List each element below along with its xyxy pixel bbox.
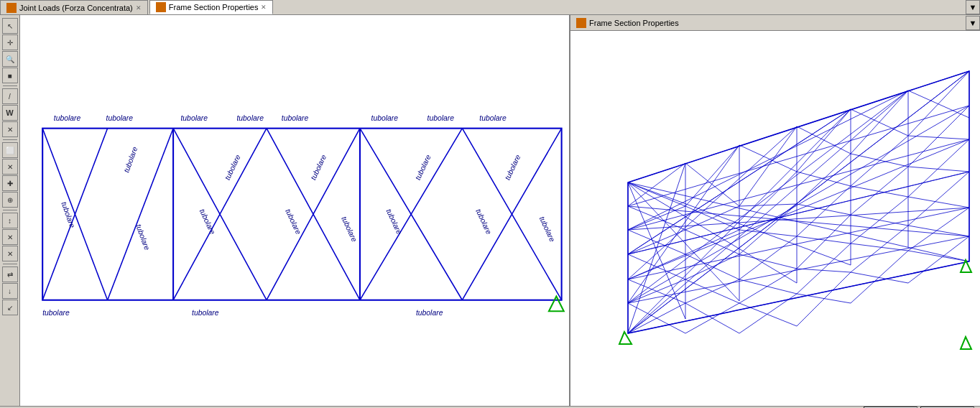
- line-btn[interactable]: /: [2, 88, 18, 104]
- right-tab-dropdown-btn[interactable]: ▼: [966, 16, 980, 30]
- svg-line-87: [851, 244, 908, 251]
- toolbar-sep-2: [3, 139, 17, 140]
- arrow-dn2-btn[interactable]: ↙: [2, 300, 18, 315]
- bot-label-3: tubolare: [416, 309, 443, 317]
- right-tab-label: Frame Section Properties: [589, 19, 679, 27]
- tab-icon-active: [156, 2, 166, 12]
- top-label-8: tubolare: [479, 114, 507, 122]
- zoom-rect-btn[interactable]: ⬜: [2, 142, 18, 158]
- svg-line-43: [739, 172, 797, 230]
- right-panel: Frame Section Properties ▼: [570, 15, 980, 406]
- svg-line-61: [739, 230, 797, 236]
- svg-line-30: [685, 163, 739, 206]
- globe-btn[interactable]: ⊕: [2, 192, 18, 208]
- svg-line-85: [739, 279, 797, 294]
- diag-label-9: tubolare: [385, 208, 404, 236]
- toolbar-sep-3: [3, 210, 17, 210]
- support-br2: [961, 337, 971, 349]
- left-panel: tubolare tubolare tubolare tubolare tubo…: [20, 15, 570, 406]
- diag-label-6: tubolare: [284, 208, 302, 236]
- diag-label-5: tubolare: [223, 153, 242, 181]
- svg-line-73: [739, 254, 797, 269]
- arrows2-btn[interactable]: ⇄: [2, 266, 18, 282]
- svg-line-114: [628, 91, 908, 230]
- x3-btn[interactable]: ✕: [2, 246, 18, 261]
- w-btn[interactable]: W: [2, 105, 18, 121]
- tab-icon: [6, 3, 17, 13]
- svg-line-98: [797, 294, 851, 303]
- arrow-dn-btn[interactable]: ↓: [2, 283, 18, 299]
- svg-line-31: [739, 145, 797, 172]
- svg-line-67: [739, 236, 797, 279]
- tab-dropdown-btn[interactable]: ▼: [966, 0, 980, 14]
- pan-tool-btn[interactable]: ✛: [2, 34, 18, 50]
- arrows-ud-btn[interactable]: ↕: [2, 213, 18, 228]
- x-btn[interactable]: ✕: [2, 121, 18, 137]
- diag-label-8: tubolare: [340, 215, 359, 244]
- svg-line-16: [628, 261, 969, 333]
- svg-line-75: [851, 215, 908, 226]
- svg-line-93: [851, 251, 908, 303]
- svg-line-57: [851, 167, 908, 215]
- right-tab-bar: Frame Section Properties ▼: [570, 15, 980, 31]
- zoom-tool-btn[interactable]: 🔍: [2, 51, 18, 67]
- diag-label-7: tubolare: [309, 153, 328, 181]
- svg-line-91: [739, 294, 797, 333]
- truss-diagram: tubolare tubolare tubolare tubolare tubo…: [20, 15, 569, 406]
- right-tab-icon: [576, 18, 586, 28]
- top-label-2: tubolare: [106, 114, 134, 122]
- top-label-5: tubolare: [282, 114, 309, 122]
- 3d-view-svg: [570, 31, 980, 406]
- svg-line-23: [628, 236, 969, 303]
- top-label-1: tubolare: [54, 114, 81, 122]
- close-icon-active[interactable]: ✕: [261, 4, 267, 11]
- diag-label-13: tubolare: [538, 215, 557, 244]
- svg-line-97: [739, 303, 797, 326]
- svg-line-112: [628, 126, 797, 279]
- svg-line-86: [797, 269, 851, 272]
- svg-line-45: [851, 136, 908, 186]
- diag-label-3: tubolare: [134, 223, 151, 251]
- svg-line-81: [851, 226, 908, 272]
- svg-line-15: [628, 71, 969, 182]
- top-label-4: tubolare: [236, 114, 264, 122]
- svg-line-58: [908, 139, 969, 197]
- svg-line-115: [628, 182, 969, 261]
- content-area: ↖ ✛ 🔍 ■ / W ✕ ⬜ ✕ ✚ ⊕ ↕ ✕ ✕ ⇄ ↓ ↙: [0, 15, 980, 406]
- svg-line-49: [739, 204, 797, 206]
- main-container: Joint Loads (Forza Concentrata) ✕ Frame …: [0, 0, 980, 408]
- diag-label-2: tubolare: [122, 146, 139, 174]
- svg-line-99: [851, 272, 908, 283]
- svg-line-92: [797, 272, 851, 326]
- close-icon[interactable]: ✕: [136, 4, 142, 11]
- svg-line-20: [628, 139, 969, 230]
- select-tool-btn[interactable]: ↖: [2, 18, 18, 34]
- svg-line-106: [628, 91, 908, 333]
- svg-line-4: [108, 129, 173, 300]
- svg-line-19: [628, 106, 969, 206]
- diag-label-4: tubolare: [198, 208, 217, 236]
- tab-frame-section[interactable]: Frame Section Properties ✕: [149, 0, 274, 14]
- diag-label-10: tubolare: [414, 153, 433, 181]
- top-label-7: tubolare: [427, 114, 455, 122]
- tab-joint-loads[interactable]: Joint Loads (Forza Concentrata) ✕: [0, 0, 148, 14]
- svg-line-88: [908, 226, 969, 236]
- diag-label-12: tubolare: [504, 153, 522, 181]
- bot-label-1: tubolare: [42, 309, 70, 317]
- diag-label-11: tubolare: [474, 208, 493, 236]
- blue-sq-btn[interactable]: ■: [2, 68, 18, 83]
- top-label-6: tubolare: [371, 114, 399, 122]
- toolbar-sep-4: [3, 264, 17, 264]
- toolbar-sep-1: [3, 85, 17, 86]
- tab-frame-section-label: Frame Section Properties: [169, 3, 259, 11]
- cross-btn[interactable]: ✕: [2, 159, 18, 175]
- x2-btn[interactable]: ✕: [2, 229, 18, 245]
- svg-line-68: [797, 215, 851, 269]
- tab-joint-loads-label: Joint Loads (Forza Concentrata): [19, 4, 133, 12]
- svg-line-119: [628, 139, 969, 279]
- diag-label-1: tubolare: [60, 201, 76, 229]
- svg-line-79: [739, 269, 797, 303]
- svg-line-63: [851, 186, 908, 197]
- plus-btn[interactable]: ✚: [2, 175, 18, 191]
- svg-line-64: [908, 167, 969, 172]
